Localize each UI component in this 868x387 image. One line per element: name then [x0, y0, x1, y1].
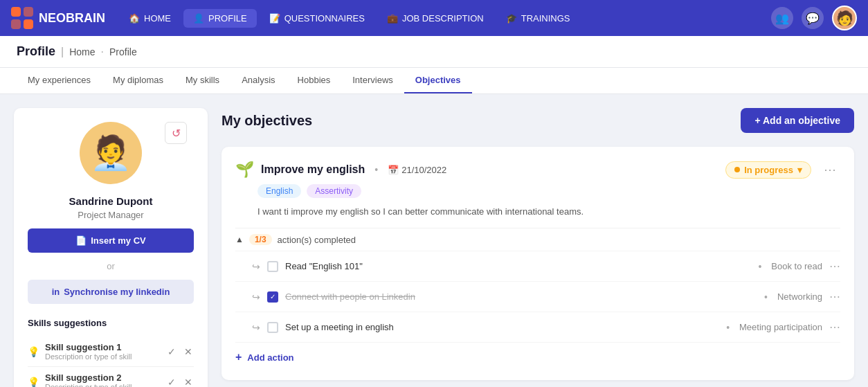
actions-label: action(s) completed	[278, 235, 356, 245]
objective-top-row: 🌱 Improve my english • 📅 21/10/2022 In p…	[235, 161, 840, 179]
action-checkbox-1[interactable]	[267, 261, 278, 272]
action-3-more-button[interactable]: ⋯	[829, 321, 840, 334]
action-bullet-1: •	[758, 261, 761, 272]
skill-2-accept-button[interactable]: ✓	[166, 375, 177, 388]
svg-rect-0	[11, 7, 21, 17]
objectives-content: My objectives + Add an objective 🌱 Impro…	[208, 108, 854, 387]
subnav-analysis[interactable]: Analysis	[230, 68, 286, 93]
breadcrumb-dot: ·	[101, 46, 104, 58]
collapse-arrow-icon: ▲	[235, 235, 244, 244]
subnav-diplomas[interactable]: My diplomas	[102, 68, 174, 93]
skill-2-reject-button[interactable]: ✕	[183, 375, 194, 388]
linkedin-icon: in	[52, 287, 60, 297]
nav-profile[interactable]: 👤 PROFILE	[183, 9, 257, 28]
subnav-hobbies[interactable]: Hobbies	[287, 68, 342, 93]
user-role: Project Manager	[78, 210, 143, 220]
action-item-1: ↪ Read "English 101" • Book to read ⋯	[235, 251, 840, 281]
user-name: Sandrine Dupont	[69, 195, 153, 207]
breadcrumb-title: Profile	[17, 44, 55, 59]
objective-left: 🌱 Improve my english • 📅 21/10/2022	[235, 161, 446, 179]
subnav-experiences[interactable]: My experiences	[17, 68, 102, 93]
status-dot	[734, 167, 740, 172]
objective-more-button[interactable]: ⋯	[820, 161, 840, 179]
action-arrow-icon-2: ↪	[252, 291, 260, 303]
action-1-more-button[interactable]: ⋯	[829, 260, 840, 273]
nav-job-description[interactable]: 💼 JOB DESCRIPTION	[377, 9, 494, 28]
skill-name-1: Skill suggestion 1	[45, 342, 161, 352]
avatar-container: 🧑‍💼 ↺	[28, 122, 194, 184]
nav-right-actions: 👥 💬 🧑	[771, 6, 857, 30]
objective-date: 📅 21/10/2022	[388, 165, 446, 175]
messages-icon-button[interactable]: 💬	[802, 7, 824, 29]
home-icon: 🏠	[129, 13, 140, 24]
objective-name: Improve my english	[261, 163, 365, 176]
skill-desc-1: Description or type of skill	[45, 352, 161, 361]
chevron-down-icon: ▾	[797, 165, 802, 175]
insert-cv-button[interactable]: 📄 Insert my CV	[28, 228, 194, 253]
action-checkbox-3[interactable]	[267, 322, 278, 333]
user-avatar-nav[interactable]: 🧑	[832, 6, 857, 30]
skill-suggestion-1: 💡 Skill suggestion 1 Description or type…	[28, 336, 194, 367]
or-separator: or	[107, 261, 115, 271]
breadcrumb-separator: |	[61, 46, 64, 58]
add-action-plus-icon: +	[235, 351, 242, 363]
action-arrow-icon-1: ↪	[252, 261, 260, 272]
objective-plant-icon: 🌱	[235, 161, 254, 179]
action-name-2: Connect with people on Linkedin	[285, 291, 754, 302]
avatar-refresh-button[interactable]: ↺	[165, 122, 187, 144]
action-name-1: Read "English 101"	[285, 261, 748, 271]
logo-icon	[11, 7, 33, 29]
users-icon-button[interactable]: 👥	[771, 7, 793, 29]
objectives-title: My objectives	[221, 113, 312, 129]
sidebar: 🧑‍💼 ↺ Sandrine Dupont Project Manager 📄 …	[14, 108, 208, 387]
subnav-objectives[interactable]: Objectives	[404, 68, 472, 93]
tag-assertivity: Assertivity	[307, 184, 361, 198]
skill-suggestion-2: 💡 Skill suggestion 2 Description or type…	[28, 367, 194, 387]
nav-trainings[interactable]: 🎓 TRAININGS	[496, 9, 580, 28]
job-description-icon: 💼	[387, 13, 398, 24]
nav-questionnaires[interactable]: 📝 QUESTIONNAIRES	[260, 9, 374, 28]
app-name: NEOBRAIN	[39, 11, 105, 26]
app-logo[interactable]: NEOBRAIN	[11, 7, 105, 29]
add-action-row[interactable]: + Add action	[235, 342, 840, 366]
skill-1-reject-button[interactable]: ✕	[183, 345, 194, 359]
objective-card-1: 🌱 Improve my english • 📅 21/10/2022 In p…	[221, 147, 854, 380]
actions-collapse-header[interactable]: ▲ 1/3 action(s) completed	[235, 228, 840, 251]
svg-rect-3	[24, 19, 33, 29]
objective-tags: English Assertivity	[257, 184, 840, 198]
action-category-2: Networking	[777, 291, 822, 302]
nav-home[interactable]: 🏠 HOME	[119, 9, 181, 28]
main-content: 🧑‍💼 ↺ Sandrine Dupont Project Manager 📄 …	[0, 94, 868, 387]
add-objective-button[interactable]: + Add an objective	[741, 108, 854, 133]
subnav-skills[interactable]: My skills	[174, 68, 230, 93]
svg-rect-2	[11, 19, 21, 29]
add-action-label: Add action	[247, 352, 293, 363]
action-bullet-2: •	[764, 291, 768, 303]
action-item-3: ↪ Set up a meeting in english • Meeting …	[235, 312, 840, 342]
action-bullet-3: •	[726, 322, 730, 333]
action-arrow-icon-3: ↪	[252, 322, 260, 333]
action-2-more-button[interactable]: ⋯	[829, 290, 840, 303]
breadcrumb-current: Profile	[109, 46, 137, 57]
status-badge[interactable]: In progress ▾	[725, 161, 811, 179]
skill-desc-2: Description or type of skill	[45, 383, 161, 387]
objective-separator-dot: •	[374, 164, 378, 175]
skill-1-accept-button[interactable]: ✓	[166, 345, 177, 359]
skills-suggestions-section: Skills suggestions 💡 Skill suggestion 1 …	[28, 318, 194, 387]
sync-linkedin-button[interactable]: in Synchronise my linkedin	[28, 280, 194, 304]
svg-rect-1	[24, 7, 33, 17]
action-name-3: Set up a meeting in english	[285, 322, 716, 332]
subnav-interviews[interactable]: Interviews	[341, 68, 404, 93]
objective-right: In progress ▾ ⋯	[725, 161, 840, 179]
skill-icon-1: 💡	[28, 346, 39, 357]
action-category-3: Meeting participation	[739, 322, 822, 332]
user-avatar: 🧑‍💼	[80, 122, 142, 184]
action-item-2: ↪ ✓ Connect with people on Linkedin • Ne…	[235, 281, 840, 312]
action-category-1: Book to read	[771, 261, 822, 271]
breadcrumb-home-link[interactable]: Home	[69, 46, 95, 57]
skills-suggestions-title: Skills suggestions	[28, 318, 194, 328]
skill-name-2: Skill suggestion 2	[45, 372, 161, 383]
tag-english: English	[257, 184, 301, 198]
action-checkbox-2[interactable]: ✓	[267, 291, 278, 303]
breadcrumb: Profile | Home · Profile	[0, 36, 868, 68]
